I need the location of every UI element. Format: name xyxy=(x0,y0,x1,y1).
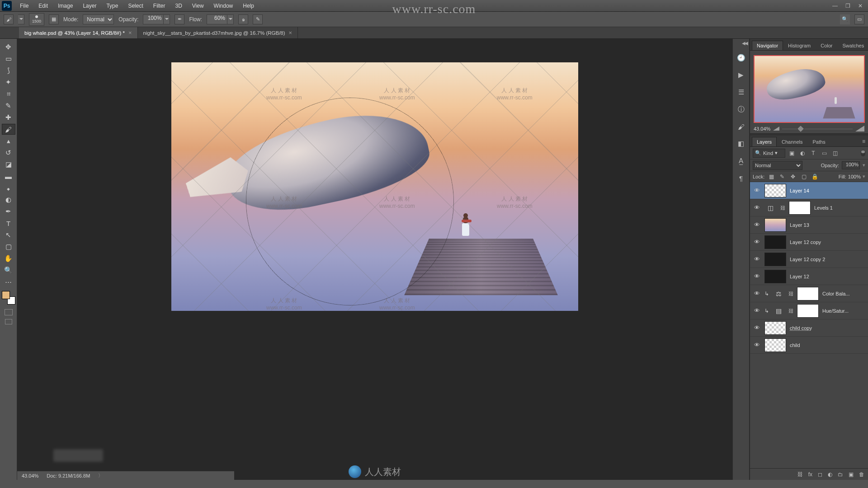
layer-row[interactable]: 👁 ↳ ▤ ⛓ Hue/Satur... xyxy=(750,302,868,319)
foreground-color-swatch[interactable] xyxy=(2,291,10,299)
visibility-icon[interactable]: 👁 xyxy=(753,187,761,194)
pen-tool-icon[interactable]: ✒ xyxy=(2,206,15,217)
filter-smart-icon[interactable]: ◫ xyxy=(830,149,840,158)
visibility-icon[interactable]: 👁 xyxy=(753,273,761,280)
zoom-slider[interactable] xyxy=(782,127,853,131)
menu-view[interactable]: View xyxy=(188,1,208,11)
menu-help[interactable]: Help xyxy=(238,1,259,11)
menu-layer[interactable]: Layer xyxy=(78,1,101,11)
layer-list[interactable]: 👁 Layer 14 👁 ◫ ⛓ Levels 1 👁 Layer 13 xyxy=(750,182,868,468)
filter-toggle[interactable] xyxy=(861,150,865,156)
menu-3d[interactable]: 3D xyxy=(170,1,186,11)
zoom-slider-thumb[interactable] xyxy=(797,125,804,132)
layer-thumbnail[interactable] xyxy=(764,184,786,197)
layer-name[interactable]: Color Bala... xyxy=(822,291,850,296)
menu-window[interactable]: Window xyxy=(209,1,238,11)
tab-channels[interactable]: Channels xyxy=(777,137,807,146)
quick-select-tool-icon[interactable]: ✦ xyxy=(2,77,15,88)
brush-preset-picker[interactable]: 1500 xyxy=(29,13,44,26)
layer-name[interactable]: Hue/Satur... xyxy=(822,308,849,314)
menu-image[interactable]: Image xyxy=(53,1,77,11)
tab-paths[interactable]: Paths xyxy=(808,137,830,146)
history-panel-icon[interactable]: 🕘 xyxy=(736,53,746,63)
tab-navigator[interactable]: Navigator xyxy=(752,41,783,50)
filter-pixel-icon[interactable]: ▣ xyxy=(787,149,796,158)
color-swatches[interactable] xyxy=(2,291,15,305)
blur-tool-icon[interactable]: ⬥ xyxy=(2,183,15,193)
character-panel-icon[interactable]: A̲ xyxy=(736,156,746,166)
close-tab-icon[interactable]: × xyxy=(289,29,292,36)
info-panel-icon[interactable]: ⓘ xyxy=(736,104,746,114)
dodge-tool-icon[interactable]: ◐ xyxy=(2,194,15,205)
tab-layers[interactable]: Layers xyxy=(752,137,777,146)
menu-file[interactable]: File xyxy=(15,1,33,11)
layer-thumbnail[interactable] xyxy=(764,338,786,352)
adjustment-color-balance-icon[interactable]: ⚖ xyxy=(773,288,784,300)
layer-name[interactable]: child xyxy=(790,343,800,348)
screen-mode-icon[interactable] xyxy=(5,319,12,324)
lock-image-icon[interactable]: ✎ xyxy=(778,174,786,180)
visibility-icon[interactable]: 👁 xyxy=(753,239,761,245)
lock-transparency-icon[interactable]: ▦ xyxy=(767,174,775,180)
visibility-icon[interactable]: 👁 xyxy=(753,307,761,314)
layer-opacity-value[interactable]: 100% xyxy=(842,161,860,169)
hand-tool-icon[interactable]: ✋ xyxy=(2,253,15,264)
document-tab[interactable]: night_sky__stars_by_pkartist-d37mhve.jpg… xyxy=(138,27,298,38)
add-mask-icon[interactable]: ◻ xyxy=(818,471,822,478)
eraser-tool-icon[interactable]: ◪ xyxy=(2,159,15,170)
layer-row[interactable]: 👁 Layer 12 xyxy=(750,268,868,285)
link-layers-icon[interactable]: ⛓ xyxy=(797,471,803,478)
properties-panel-icon[interactable]: ☰ xyxy=(736,87,746,97)
paragraph-panel-icon[interactable]: ¶ xyxy=(736,173,746,183)
gradient-tool-icon[interactable]: ▬ xyxy=(2,171,15,182)
adjustments-panel-icon[interactable]: ◧ xyxy=(736,139,746,149)
layer-thumbnail[interactable] xyxy=(764,218,786,232)
layer-name[interactable]: Layer 12 copy 2 xyxy=(790,257,825,262)
layer-mask-thumbnail[interactable] xyxy=(797,287,819,300)
lasso-tool-icon[interactable]: ⟆ xyxy=(2,65,15,76)
current-tool-icon[interactable]: 🖌 xyxy=(4,14,14,24)
status-more-icon[interactable]: 〉 xyxy=(98,472,103,479)
edit-toolbar-icon[interactable]: ⋯ xyxy=(2,277,15,287)
mask-link-icon[interactable]: ⛓ xyxy=(788,308,793,314)
quick-mask-icon[interactable] xyxy=(5,309,13,315)
visibility-icon[interactable]: 👁 xyxy=(753,290,761,297)
shape-tool-icon[interactable]: ▢ xyxy=(2,241,15,252)
tab-color[interactable]: Color xyxy=(816,41,837,50)
window-minimize-button[interactable]: — xyxy=(829,3,841,9)
status-zoom[interactable]: 43.04% xyxy=(22,473,38,479)
search-icon[interactable]: 🔍 xyxy=(840,14,850,24)
layer-name[interactable]: Layer 12 copy xyxy=(790,239,821,245)
opacity-value[interactable]: 100% xyxy=(143,14,164,24)
menu-edit[interactable]: Edit xyxy=(34,1,52,11)
marquee-tool-icon[interactable]: ▭ xyxy=(2,53,15,64)
expand-dock-icon[interactable]: ◀◀ xyxy=(742,41,747,46)
layer-mask-thumbnail[interactable] xyxy=(789,201,811,215)
mask-link-icon[interactable]: ⛓ xyxy=(788,291,793,296)
layer-row[interactable]: 👁 Layer 12 copy xyxy=(750,234,868,251)
opacity-dropdown[interactable] xyxy=(164,14,170,24)
layer-name[interactable]: Levels 1 xyxy=(814,205,833,211)
canvas-area[interactable]: 人 人 素 材www.rr-sc.com 人 人 素 材www.rr-sc.co… xyxy=(17,39,732,480)
layer-filter-kind[interactable]: 🔍 Kind ▾ xyxy=(753,149,785,158)
tab-swatches[interactable]: Swatches xyxy=(838,41,868,50)
brush-settings-panel-icon[interactable]: 🖌 xyxy=(736,122,746,131)
adjustment-levels-icon[interactable]: ◫ xyxy=(764,202,776,214)
blend-mode-select[interactable]: Normal xyxy=(83,14,114,24)
lock-artboard-icon[interactable]: ▢ xyxy=(800,174,808,180)
layer-row[interactable]: 👁 Layer 12 copy 2 xyxy=(750,251,868,268)
layer-row[interactable]: 👁 ↳ ⚖ ⛓ Color Bala... xyxy=(750,285,868,302)
layer-row[interactable]: 👁 Layer 14 xyxy=(750,182,868,199)
workspace-switcher-icon[interactable]: ▭ xyxy=(854,14,864,24)
layer-thumbnail[interactable] xyxy=(764,321,786,335)
window-close-button[interactable]: ✕ xyxy=(854,3,866,9)
crop-tool-icon[interactable]: ⌗ xyxy=(2,89,15,99)
status-doc-size[interactable]: Doc: 9.21M/166.8M xyxy=(47,473,90,479)
brush-tool-icon[interactable]: 🖌 xyxy=(2,124,15,135)
eyedropper-tool-icon[interactable]: ✎ xyxy=(2,100,15,111)
navigator-zoom-value[interactable]: 43.04% xyxy=(754,126,770,131)
panel-menu-icon[interactable]: ≡ xyxy=(859,136,868,146)
flow-value[interactable]: 60% xyxy=(207,14,227,24)
zoom-in-icon[interactable] xyxy=(855,126,864,131)
window-restore-button[interactable]: ❐ xyxy=(842,3,854,9)
